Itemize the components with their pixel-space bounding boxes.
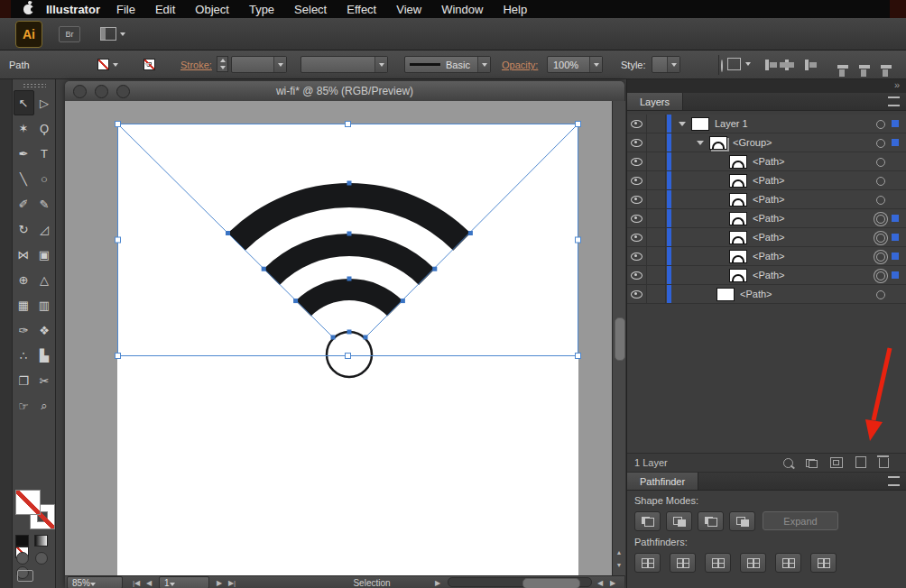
symbol-sprayer-tool[interactable]: ∴ [14,343,34,368]
outline-button[interactable] [775,553,801,573]
blend-tool[interactable]: ❖ [34,317,55,343]
visibility-toggle[interactable] [627,133,647,152]
intersect-button[interactable] [698,511,724,531]
selection-tool[interactable]: ↖ [14,90,34,115]
perspective-grid-tool[interactable]: △ [34,267,55,292]
path-thumbnail[interactable] [729,193,747,207]
visibility-toggle[interactable] [627,171,647,189]
selection-indicator[interactable] [892,120,899,127]
menu-window[interactable]: Window [441,3,483,16]
opacity-panel-link[interactable]: Opacity: [502,60,538,70]
artboard-tool[interactable]: ❐ [14,368,34,393]
layer-row-group[interactable]: <Group> [627,133,906,152]
tab-layers[interactable]: Layers [627,93,683,110]
workspace-switcher-icon[interactable] [100,27,116,41]
color-button[interactable] [15,535,29,547]
pen-tool[interactable]: ✒ [14,141,34,166]
horizontal-scroll-thumb[interactable] [522,578,580,588]
opacity-dropdown[interactable]: 100% [547,56,603,73]
scroll-up-icon[interactable]: ▲ [613,547,625,559]
screen-mode-icon[interactable] [17,570,33,582]
menu-object[interactable]: Object [195,3,229,16]
delete-layer-icon[interactable] [879,458,889,468]
menu-help[interactable]: Help [503,3,527,16]
lock-toggle[interactable] [647,171,666,189]
line-segment-tool[interactable]: ╲ [14,166,34,191]
layer-row-path[interactable]: <Path> [627,152,906,171]
menu-effect[interactable]: Effect [347,3,376,16]
draw-normal-icon[interactable] [16,552,29,565]
style-dropdown[interactable] [652,56,680,73]
type-tool[interactable]: T [34,141,55,166]
layer-label[interactable]: <Path> [753,156,784,167]
scroll-right-icon[interactable]: ▶ [606,579,619,587]
path-thumbnail[interactable] [729,269,747,282]
layer-row-path[interactable]: <Path> [627,190,906,209]
horizontal-scrollbar[interactable] [448,577,592,587]
unite-button[interactable] [634,511,661,531]
layer-label[interactable]: <Path> [753,194,784,205]
stroke-weight-dropdown[interactable] [231,56,287,73]
lock-toggle[interactable] [647,115,666,133]
last-artboard-icon[interactable]: ▶| [226,579,238,587]
expand-collapse-icon[interactable] [679,122,686,126]
group-thumbnail[interactable] [709,136,727,150]
vertical-scrollbar[interactable]: ▲ ▼ [612,101,625,575]
visibility-toggle[interactable] [627,228,647,246]
apple-menu-icon[interactable] [23,5,33,14]
target-icon[interactable] [876,215,885,224]
align-center-icon[interactable] [785,60,801,72]
selection-indicator[interactable] [892,215,899,222]
direct-selection-tool[interactable]: ▷ [34,90,55,115]
scale-tool[interactable]: ◿ [34,216,55,242]
lasso-tool[interactable]: Ϙ [34,115,55,141]
column-graph-tool[interactable]: ▙ [34,343,55,368]
visibility-toggle[interactable] [627,266,647,284]
bridge-button[interactable]: Br [59,26,80,42]
path-thumbnail[interactable] [729,155,747,169]
layer-label[interactable]: <Path> [753,175,784,186]
visibility-toggle[interactable] [627,190,647,208]
target-icon[interactable] [876,177,885,186]
divide-button[interactable] [634,553,661,573]
selection-indicator[interactable] [892,234,899,241]
shape-builder-tool[interactable]: ⊕ [14,267,34,292]
rotate-tool[interactable]: ↻ [14,216,34,242]
fill-caret-icon[interactable] [113,63,118,67]
menu-view[interactable]: View [396,3,421,16]
selection-indicator[interactable] [892,139,899,146]
draw-behind-icon[interactable] [35,552,48,565]
layer-row-layer1[interactable]: Layer 1 [627,115,906,133]
path-thumbnail[interactable] [729,174,747,188]
align-top-icon[interactable] [837,60,861,70]
gradient-button[interactable] [34,535,48,547]
path-thumbnail[interactable] [729,231,747,244]
merge-button[interactable] [705,553,731,573]
target-icon[interactable] [876,196,885,205]
gradient-tool[interactable]: ▥ [34,292,55,317]
stroke-weight-stepper[interactable] [217,56,228,72]
vertical-scroll-thumb[interactable] [615,317,625,361]
exclude-button[interactable] [729,511,755,531]
menu-file[interactable]: File [116,3,135,16]
locate-object-icon[interactable] [783,458,793,468]
lock-toggle[interactable] [647,266,666,284]
layer-row-path[interactable]: <Path> [627,247,906,266]
minus-back-button[interactable] [810,553,837,573]
menu-select[interactable]: Select [294,3,327,16]
pathfinder-panel-menu-icon[interactable] [888,476,900,486]
next-artboard-icon[interactable]: ▶ [213,579,226,587]
document-setup-icon[interactable] [721,60,723,72]
path-thumbnail[interactable] [729,250,747,263]
align-middle-icon[interactable] [859,60,883,70]
hand-tool[interactable]: ☞ [14,393,34,418]
lock-toggle[interactable] [647,133,666,152]
selection-indicator[interactable] [892,253,899,260]
lock-toggle[interactable] [647,190,666,208]
crop-button[interactable] [740,553,766,573]
menu-edit[interactable]: Edit [155,3,175,16]
layer-row-path[interactable]: <Path> [627,228,906,247]
target-icon[interactable] [876,234,885,243]
lock-toggle[interactable] [647,247,666,265]
path-thumbnail[interactable] [716,288,735,301]
